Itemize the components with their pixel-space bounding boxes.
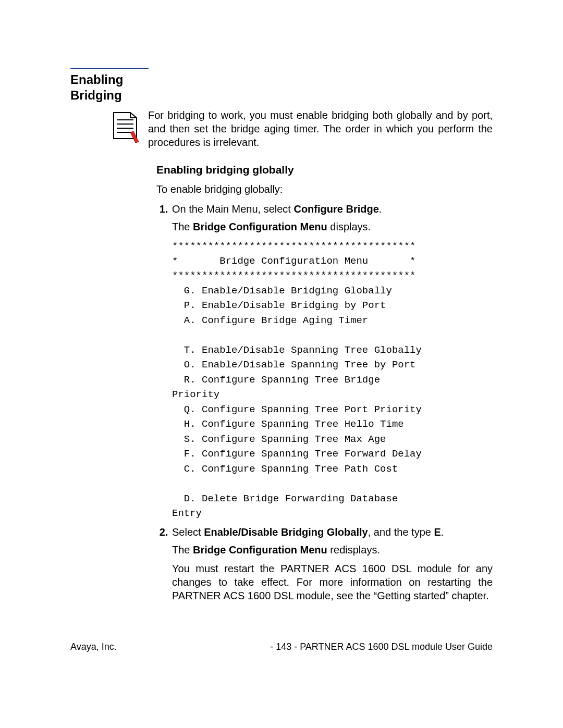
step-2-mid: , and the type [368, 526, 434, 538]
step-1-line2-post: displays. [327, 221, 371, 232]
section-rule [70, 68, 149, 69]
footer-right: - 143 - PARTNER ACS 1600 DSL module User… [270, 641, 493, 652]
step-2-bold1: Enable/Disable Bridging Globally [204, 526, 368, 538]
step-1-line2: The Bridge Configuration Menu displays. [172, 220, 493, 233]
step-2-bold2: E [434, 526, 440, 538]
step-1-post1: . [379, 203, 382, 215]
step-2-line2-post: redisplays. [327, 544, 380, 556]
section-title-line2: Bridging [70, 88, 122, 102]
footer-left: Avaya, Inc. [70, 641, 117, 652]
intro-paragraph: For bridging to work, you must enable br… [148, 108, 493, 149]
note-icon [109, 108, 142, 145]
step-1-pre: On the Main Menu, select [172, 203, 293, 215]
step-2-line2: The Bridge Configuration Menu redisplays… [172, 543, 493, 557]
note-row: For bridging to work, you must enable br… [109, 108, 493, 149]
step-1: On the Main Menu, select Configure Bridg… [171, 202, 493, 521]
steps-list: On the Main Menu, select Configure Bridg… [156, 202, 493, 602]
step-2: Select Enable/Disable Bridging Globally,… [171, 525, 493, 602]
step-1-line2-pre: The [172, 221, 193, 232]
step-2-line2-bold: Bridge Configuration Menu [193, 544, 327, 556]
content-column: For bridging to work, you must enable br… [156, 108, 493, 602]
step-2-restart: You must restart the PARTNER ACS 1600 DS… [172, 562, 493, 602]
section-title: Enabling Bridging [70, 72, 493, 103]
section-title-line1: Enabling [70, 72, 123, 87]
page-footer: Avaya, Inc. - 143 - PARTNER ACS 1600 DSL… [70, 641, 493, 652]
step-1-line2-bold: Bridge Configuration Menu [193, 221, 327, 232]
step-2-post: . [441, 526, 444, 538]
sub-heading: Enabling bridging globally [156, 164, 493, 176]
step-2-line2-pre: The [172, 544, 193, 556]
lead-in: To enable bridging globally: [156, 182, 493, 196]
step-2-pre: Select [172, 526, 204, 538]
step-1-bold1: Configure Bridge [293, 203, 378, 215]
bridge-config-menu: ****************************************… [172, 239, 493, 521]
page: Enabling Bridging For bridging to work, … [0, 0, 563, 602]
step-1-body: On the Main Menu, select Configure Bridg… [171, 202, 493, 521]
step-2-body: Select Enable/Disable Bridging Globally,… [171, 525, 493, 602]
